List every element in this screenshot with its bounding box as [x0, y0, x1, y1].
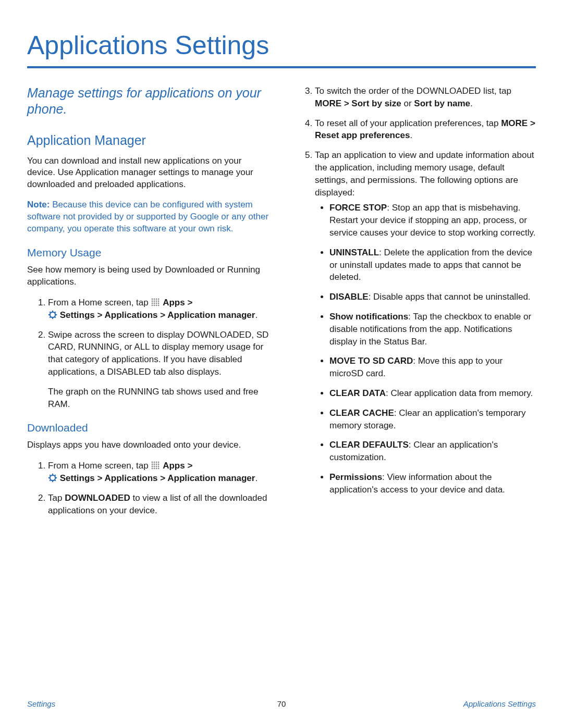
left-column: Manage settings for applications on your… — [27, 85, 269, 525]
list-item: Tap DOWNLOADED to view a list of all the… — [48, 492, 269, 517]
downloaded-p1: Displays apps you have downloaded onto y… — [27, 439, 269, 451]
svg-line-24 — [50, 317, 51, 318]
list-item: CLEAR DEFAULTS: Clear an application's c… — [329, 439, 536, 464]
svg-point-15 — [158, 305, 160, 306]
option-name: DISABLE — [329, 292, 369, 302]
list-item: From a Home screen, tap Apps > — [48, 297, 269, 322]
svg-line-22 — [55, 317, 56, 318]
svg-point-35 — [156, 466, 157, 467]
option-name: FORCE STOP — [329, 203, 387, 213]
option-name: CLEAR DATA — [329, 388, 386, 398]
section-heading-application-manager: Application Manager — [27, 132, 269, 148]
options-list: FORCE STOP: Stop an app that is misbehav… — [315, 202, 536, 496]
list-item: UNINSTALL: Delete the application from t… — [329, 246, 536, 283]
list-item: DISABLE: Disable apps that cannot be uni… — [329, 291, 536, 303]
gear-icon — [48, 310, 57, 319]
option-desc: : Disable apps that cannot be uninstalle… — [369, 292, 531, 302]
settings-path: Settings > Applications > Application ma… — [60, 473, 255, 483]
apps-grid-icon — [151, 461, 160, 470]
svg-point-30 — [154, 464, 155, 465]
svg-line-49 — [50, 480, 51, 481]
step-text-a: Tap — [48, 493, 65, 503]
list-item: Swipe across the screen to display DOWNL… — [48, 329, 269, 411]
svg-point-38 — [154, 468, 155, 470]
svg-point-2 — [156, 299, 157, 300]
svg-point-16 — [50, 312, 55, 317]
svg-point-1 — [154, 299, 155, 300]
svg-point-27 — [156, 462, 157, 463]
svg-point-11 — [158, 303, 160, 304]
list-item: From a Home screen, tap Apps > — [48, 460, 269, 485]
list-item: Permissions: View information about the … — [329, 471, 536, 496]
svg-point-4 — [152, 301, 153, 302]
step-text: Tap an application to view and update in… — [315, 149, 536, 199]
option-name: CLEAR CACHE — [329, 408, 394, 418]
svg-point-33 — [152, 466, 153, 467]
step-text: From a Home screen, tap — [48, 461, 151, 471]
page-footer: Settings 70 Applications Settings — [27, 699, 536, 708]
option-name: MOVE TO SD CARD — [329, 356, 413, 366]
svg-line-46 — [50, 475, 51, 476]
svg-point-29 — [152, 464, 153, 465]
list-item: To reset all of your application prefere… — [315, 117, 536, 142]
svg-point-5 — [154, 301, 155, 302]
option-desc: : Clear application data from memory. — [386, 388, 533, 398]
page-title: Applications Settings — [27, 31, 536, 60]
document-page: Applications Settings Manage settings fo… — [0, 0, 563, 728]
option-name: Permissions — [329, 472, 382, 482]
application-manager-p1: You can download and install new applica… — [27, 155, 269, 191]
note-body: Because this device can be configured wi… — [27, 200, 268, 233]
apps-label: Apps > — [163, 298, 192, 307]
svg-line-48 — [55, 475, 56, 476]
right-column: To switch the order of the DOWNLOADED li… — [294, 85, 536, 525]
list-item: MOVE TO SD CARD: Move this app to your m… — [329, 355, 536, 380]
option-name: Show notifications — [329, 312, 408, 322]
svg-point-34 — [154, 466, 155, 467]
svg-point-36 — [158, 466, 160, 467]
svg-point-37 — [152, 468, 153, 470]
subsection-heading-downloaded: Downloaded — [27, 422, 269, 434]
step-text: From a Home screen, tap — [48, 298, 151, 307]
svg-point-3 — [158, 299, 160, 300]
svg-point-9 — [154, 303, 155, 304]
step-text-a: To switch the order of the DOWNLOADED li… — [315, 86, 511, 96]
svg-point-28 — [158, 462, 160, 463]
svg-point-10 — [156, 303, 157, 304]
apps-grid-icon — [151, 298, 160, 307]
svg-point-6 — [156, 301, 157, 302]
svg-point-41 — [50, 475, 55, 480]
svg-point-31 — [156, 464, 157, 465]
svg-point-8 — [152, 303, 153, 304]
step-text-a: To reset all of your application prefere… — [315, 118, 501, 128]
intro-text: Manage settings for applications on your… — [27, 85, 269, 118]
list-item: Tap an application to view and update in… — [315, 149, 536, 496]
svg-point-0 — [152, 299, 153, 300]
title-rule — [27, 66, 536, 68]
list-item: To switch the order of the DOWNLOADED li… — [315, 85, 536, 110]
sort-name: Sort by name — [414, 98, 470, 108]
step-text-c: or — [401, 98, 414, 108]
downloaded-label: DOWNLOADED — [65, 493, 130, 503]
svg-point-12 — [152, 305, 153, 306]
gear-icon — [48, 473, 57, 483]
option-name: CLEAR DEFAULTS — [329, 440, 409, 450]
list-item: Show notifications: Tap the checkbox to … — [329, 311, 536, 348]
content-columns: Manage settings for applications on your… — [27, 85, 536, 525]
svg-point-26 — [154, 462, 155, 463]
step-text: Swipe across the screen to display DOWNL… — [48, 329, 269, 378]
downloaded-steps-continued: To switch the order of the DOWNLOADED li… — [294, 85, 536, 496]
apps-label: Apps > — [163, 461, 192, 471]
svg-line-47 — [55, 480, 56, 481]
svg-point-25 — [152, 462, 153, 463]
subsection-heading-memory-usage: Memory Usage — [27, 246, 269, 259]
svg-point-13 — [154, 305, 155, 306]
note-paragraph: Note: Because this device can be configu… — [27, 199, 269, 235]
svg-point-14 — [156, 305, 157, 306]
step-end: . — [255, 473, 258, 483]
note-label: Note: — [27, 200, 50, 209]
option-name: UNINSTALL — [329, 248, 379, 257]
svg-point-39 — [156, 468, 157, 470]
downloaded-steps: From a Home screen, tap Apps > — [27, 460, 269, 516]
step-text-extra: The graph on the RUNNING tab shows used … — [48, 386, 269, 411]
list-item: FORCE STOP: Stop an app that is misbehav… — [329, 202, 536, 239]
